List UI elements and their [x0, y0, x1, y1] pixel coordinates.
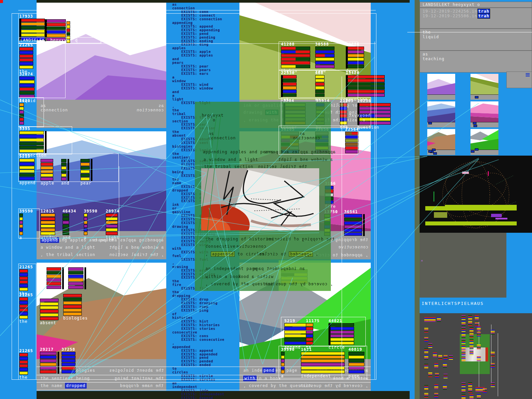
highlighted-token[interactable]: appended [211, 251, 235, 257]
bar-group[interactable] [68, 267, 86, 289]
overlay-text-mirrored: consecutive [236, 244, 266, 249]
bar-group-number: 21265 [19, 265, 33, 269]
thumbnail-panel-1[interactable] [427, 74, 455, 94]
thumbnail-marker[interactable] [471, 150, 474, 153]
bar-group-light[interactable]: 20974light [106, 209, 119, 240]
bar-group-label: append [19, 181, 36, 185]
color-bar [66, 29, 70, 32]
thumbnail-panel-6[interactable] [470, 129, 498, 150]
bar-group-a[interactable]: 39590a [19, 209, 33, 240]
bar-group-independent[interactable]: 1621independent [301, 347, 345, 378]
thumbnail-marker[interactable] [428, 122, 432, 124]
highlighted-token[interactable]: appended [289, 251, 313, 257]
file-name: 19-12-2019-225506.in [423, 14, 477, 18]
color-bar [347, 58, 364, 61]
color-bar [315, 79, 325, 82]
color-bar [19, 66, 33, 69]
bar-group-ink[interactable]: 22530ink [281, 70, 297, 102]
bar-group-apple[interactable]: apple [41, 159, 54, 186]
bar-group-gasoline[interactable]: 19420gasoline [346, 70, 385, 102]
color-bar [40, 355, 57, 359]
bar-group[interactable]: 36541 [344, 209, 365, 236]
thumbnail-panel-3[interactable] [427, 101, 455, 122]
bar-group-the[interactable]: 21265the [19, 265, 33, 296]
minimap-stack [491, 382, 495, 387]
bar-group[interactable] [47, 267, 64, 289]
bar-group-pear[interactable]: pear [80, 159, 92, 186]
bar-group-deop[interactable]: 82086deop [346, 42, 364, 73]
bar-group-a[interactable]: 39590a [84, 209, 97, 240]
bar-group-biologies[interactable]: biologies [63, 294, 88, 321]
highlighted-token[interactable]: in a book [256, 376, 281, 381]
color-bar [41, 232, 55, 235]
bar-group-thehin[interactable]: 41288thehin [281, 42, 310, 73]
highlighted-token[interactable]: with [243, 376, 256, 381]
minimap-stack [428, 372, 432, 377]
bar-group-to[interactable]: 11175to [306, 319, 320, 350]
bar-group[interactable]: 37258 [62, 347, 75, 374]
bar-group-number: 12815 [41, 209, 57, 213]
color-bar [348, 359, 364, 362]
bar-group-the[interactable]: 21265the [19, 293, 33, 324]
thumbnail-panel-5[interactable] [427, 129, 455, 150]
bar-group-label: independent [301, 374, 345, 378]
thumbnail-marker[interactable] [473, 122, 476, 124]
sidebar-title: LANDSELEKT heoyxyxt o [423, 2, 480, 7]
sidebar-section-liquid[interactable]: theliquid [420, 29, 532, 51]
color-bar [348, 366, 364, 370]
hamburger-icon[interactable] [526, 73, 530, 76]
color-bar [84, 224, 87, 228]
bar-group[interactable]: 17933 [19, 14, 45, 41]
bar-group-same[interactable]: 30588same [315, 42, 334, 73]
bar-group[interactable]: 29217 [40, 347, 59, 374]
thumbnail-marker[interactable] [473, 125, 477, 127]
sidebar-section-teaching[interactable]: asteaching [420, 51, 532, 72]
bar-group-and[interactable]: 46434and [63, 209, 76, 240]
thumbnail-panel-4[interactable] [470, 101, 498, 122]
sidebar-menu-box[interactable] [506, 71, 532, 88]
bar-group-circle[interactable]: 44821circle [329, 319, 354, 350]
bar-group[interactable]: 22564 [345, 127, 359, 154]
color-bar [306, 338, 313, 341]
bar-group-connection[interactable]: 5395connection [19, 126, 47, 158]
color-bar [347, 90, 385, 93]
caption-line-mirrored: connection [136, 108, 164, 112]
bar-group-number: 20974 [106, 209, 119, 213]
thumbnail-panel-2[interactable] [470, 74, 498, 94]
color-bar [106, 224, 118, 228]
color-bar [63, 294, 82, 297]
minimap-panel[interactable] [420, 313, 532, 399]
color-bar [19, 166, 35, 169]
minimap-stack [462, 345, 466, 350]
overlay-text: consecutive [205, 244, 235, 249]
thumbnail-marker[interactable] [475, 96, 478, 98]
color-bar [344, 232, 362, 236]
highlighted-token[interactable]: dropped [65, 383, 86, 388]
color-bar [344, 221, 362, 225]
bar-group-the[interactable]: 21265the [19, 43, 33, 74]
thumbnail-marker[interactable] [475, 148, 478, 151]
color-bar [21, 33, 45, 37]
bar-group-append[interactable]: 5219append [19, 154, 36, 185]
file-highlight-token[interactable]: trah [477, 13, 490, 19]
file-row[interactable]: 19-12-2019-224256.intrah [423, 9, 529, 14]
color-bar [345, 139, 358, 142]
file-row[interactable]: 19-12-2019-225506.intrah [423, 14, 529, 18]
bar-group-as[interactable]: 8620as [19, 98, 30, 130]
bar-group-or[interactable]: 468or [315, 70, 325, 102]
bar-group-label: the [19, 319, 33, 324]
bar-group-a[interactable]: 39590a [281, 347, 295, 378]
bar-group-page[interactable]: 40819page [348, 347, 364, 378]
bar-group-absent[interactable]: 36985absent [40, 294, 59, 325]
bar-group-window[interactable]: 12815window [41, 209, 57, 240]
highlighted-token[interactable]: to circles [259, 252, 289, 256]
bar-group-and[interactable]: and [61, 159, 69, 186]
color-bar [41, 166, 53, 170]
highlighted-token[interactable]: pend [263, 368, 276, 373]
color-bar [62, 352, 75, 355]
thumbnail-marker[interactable] [433, 152, 437, 155]
color-bar [63, 298, 82, 301]
bar-group-the[interactable]: 21265the [19, 348, 33, 380]
thumbnail-marker[interactable] [428, 150, 432, 153]
color-bar [19, 221, 23, 224]
